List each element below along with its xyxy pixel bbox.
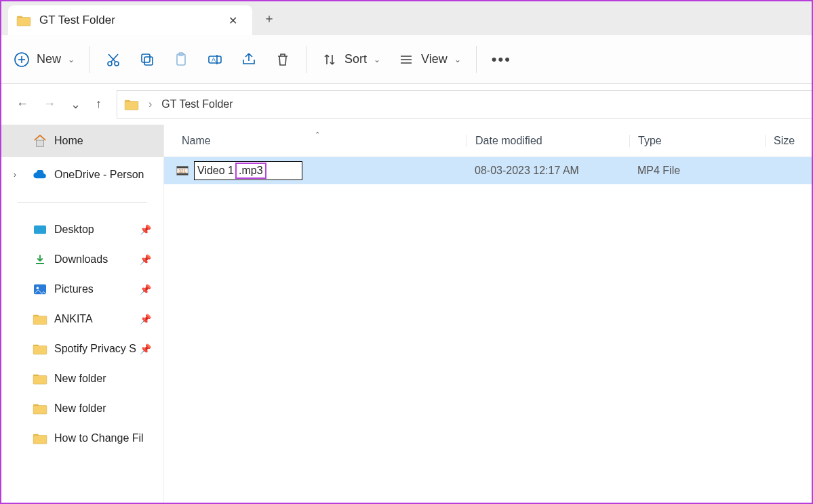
column-headers: Name ⌃ Date modified Type Size: [164, 125, 812, 157]
folder-icon: [16, 14, 31, 26]
view-label: View: [421, 52, 448, 66]
plus-circle-icon: [14, 51, 30, 68]
new-label: New: [37, 52, 61, 66]
svg-point-22: [37, 287, 39, 289]
svg-rect-8: [144, 57, 153, 65]
folder-icon: [33, 432, 47, 444]
sidebar-item-label: ANKITA: [54, 313, 93, 325]
sidebar-item-label: Pictures: [54, 283, 94, 295]
pin-icon: 📌: [140, 224, 151, 235]
sidebar-home-label: Home: [54, 135, 83, 147]
sidebar-item-newfolder1[interactable]: New folder: [1, 364, 163, 394]
column-date[interactable]: Date modified: [467, 135, 629, 147]
file-date: 08-03-2023 12:17 AM: [467, 165, 629, 177]
sidebar-home[interactable]: Home: [1, 125, 163, 157]
column-name[interactable]: Name ⌃: [182, 135, 467, 147]
folder-icon: [33, 313, 47, 325]
column-type[interactable]: Type: [629, 135, 765, 147]
folder-icon: [33, 402, 47, 415]
new-button[interactable]: New ⌄: [14, 51, 75, 68]
recent-button[interactable]: ⌄: [71, 97, 81, 112]
sidebar-item-downloads[interactable]: Downloads 📌: [1, 245, 163, 274]
folder-icon: [124, 98, 139, 110]
sidebar-onedrive-label: OneDrive - Person: [54, 169, 144, 181]
breadcrumb-separator: ›: [146, 98, 155, 110]
breadcrumb-folder[interactable]: GT Test Folder: [161, 98, 233, 110]
navigation-row: ← → ⌄ ↑ › GT Test Folder: [1, 84, 812, 125]
sidebar-item-ankita[interactable]: ANKITA 📌: [1, 304, 163, 334]
svg-rect-18: [125, 102, 138, 110]
pictures-icon: [33, 283, 47, 295]
sidebar-item-spotify[interactable]: Spotify Privacy S 📌: [1, 334, 163, 364]
title-bar: GT Test Folder ✕ ＋: [1, 1, 812, 35]
pin-icon: 📌: [140, 254, 151, 265]
video-file-icon: 321: [175, 163, 190, 178]
sidebar-item-label: How to Change Fil: [54, 432, 144, 444]
rename-padding: [266, 163, 300, 179]
pin-icon: 📌: [140, 314, 151, 324]
rename-ext-selection: .mp3: [235, 163, 266, 179]
separator: [90, 46, 90, 73]
sidebar-item-label: Downloads: [54, 253, 108, 266]
file-list: Name ⌃ Date modified Type Size 321 Video…: [164, 125, 812, 503]
svg-rect-0: [17, 18, 31, 26]
delete-icon[interactable]: [275, 51, 291, 68]
rename-base-text: Video 1: [196, 165, 235, 177]
sidebar-onedrive[interactable]: › OneDrive - Person: [1, 160, 163, 190]
back-button[interactable]: ←: [16, 97, 28, 112]
svg-text:A: A: [212, 56, 216, 63]
svg-rect-23: [33, 316, 47, 325]
paste-icon[interactable]: [173, 51, 189, 68]
sort-button[interactable]: Sort ⌄: [321, 51, 380, 68]
svg-rect-24: [33, 346, 47, 355]
home-icon: [33, 133, 47, 148]
new-tab-button[interactable]: ＋: [252, 1, 286, 35]
svg-rect-20: [34, 226, 46, 234]
file-row[interactable]: 321 Video 1.mp3 08-03-2023 12:17 AM MP4 …: [164, 157, 812, 184]
copy-icon[interactable]: [139, 51, 155, 68]
folder-icon: [33, 343, 47, 355]
svg-rect-30: [177, 173, 189, 175]
share-icon[interactable]: [241, 51, 257, 68]
address-bar[interactable]: › GT Test Folder: [117, 90, 812, 119]
chevron-down-icon: ⌄: [374, 55, 380, 64]
svg-rect-19: [37, 140, 44, 146]
up-button[interactable]: ↑: [96, 97, 102, 112]
more-button[interactable]: •••: [492, 51, 511, 68]
sidebar-item-label: Desktop: [54, 224, 94, 236]
forward-button[interactable]: →: [43, 97, 56, 112]
sort-indicator-icon: ⌃: [315, 131, 320, 138]
separator: [306, 46, 306, 73]
svg-rect-27: [33, 436, 47, 444]
separator: [476, 46, 477, 73]
svg-rect-25: [33, 376, 47, 385]
pin-icon: 📌: [140, 284, 151, 295]
sidebar-item-pictures[interactable]: Pictures 📌: [1, 274, 163, 304]
close-tab-button[interactable]: ✕: [222, 14, 243, 27]
file-type: MP4 File: [629, 165, 765, 177]
chevron-down-icon: ⌄: [68, 55, 75, 64]
window-tab[interactable]: GT Test Folder ✕: [8, 5, 252, 35]
sidebar-item-howto[interactable]: How to Change Fil: [1, 423, 163, 453]
sort-icon: [321, 51, 338, 68]
column-size[interactable]: Size: [765, 135, 812, 147]
view-button[interactable]: View ⌄: [398, 51, 461, 68]
desktop-icon: [33, 224, 47, 236]
svg-point-5: [115, 62, 119, 66]
sidebar-divider: [18, 202, 147, 203]
sort-label: Sort: [344, 52, 367, 66]
expand-icon[interactable]: ›: [14, 170, 16, 180]
rename-input[interactable]: Video 1.mp3: [194, 161, 302, 180]
download-icon: [33, 253, 47, 266]
tab-title: GT Test Folder: [39, 14, 214, 27]
view-list-icon: [398, 51, 414, 68]
cloud-icon: [33, 170, 47, 180]
rename-icon[interactable]: A: [207, 51, 223, 68]
sidebar-item-desktop[interactable]: Desktop 📌: [1, 215, 163, 245]
svg-point-4: [108, 62, 112, 66]
cut-icon[interactable]: [105, 51, 121, 68]
toolbar: New ⌄ A Sort ⌄ View ⌄ •••: [1, 35, 812, 84]
svg-text:321: 321: [179, 169, 186, 173]
svg-rect-9: [142, 54, 150, 62]
sidebar-item-newfolder2[interactable]: New folder: [1, 394, 163, 423]
